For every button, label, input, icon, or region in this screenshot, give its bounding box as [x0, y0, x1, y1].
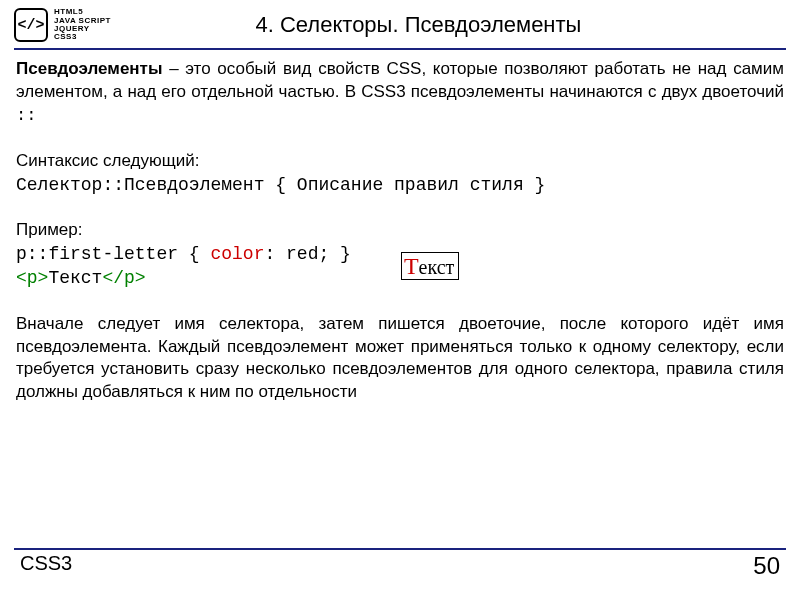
example-block: Пример: p::first-letter { color: red; } … — [16, 219, 784, 291]
code-property: color — [210, 244, 264, 264]
syntax-code: Селектор::Псевдоэлемент { Описание прави… — [16, 173, 784, 197]
rendered-output: Текст — [401, 252, 459, 280]
slide-header: </> HTML5 JAVA SCRIPT JQUERY CSS3 4. Сел… — [0, 0, 800, 46]
example-html: <p>Текст</p> — [16, 266, 351, 290]
rest-text: екст — [419, 256, 455, 278]
term: Псевдоэлементы — [16, 59, 162, 78]
slide-title: 4. Селекторы. Псевдоэлементы — [111, 12, 786, 38]
example-label: Пример: — [16, 219, 784, 242]
footer-label: CSS3 — [20, 552, 72, 580]
tag-open: <p> — [16, 268, 48, 288]
slide-content: Псевдоэлементы – это особый вид свойств … — [0, 50, 800, 404]
page-number: 50 — [753, 552, 780, 580]
code-prefix: p::first-letter { — [16, 244, 210, 264]
slide-footer: CSS3 50 — [14, 548, 786, 580]
logo-text: HTML5 JAVA SCRIPT JQUERY CSS3 — [54, 8, 111, 42]
syntax-block: Синтаксис следующий: Селектор::Псевдоэле… — [16, 150, 784, 197]
tag-text: Текст — [48, 268, 102, 288]
example-css: p::first-letter { color: red; } — [16, 242, 351, 266]
code-suffix: : red; } — [264, 244, 350, 264]
first-letter: Т — [404, 253, 419, 279]
description-paragraph: Вначале следует имя селектора, затем пиш… — [16, 313, 784, 405]
logo-code-icon: </> — [14, 8, 48, 42]
tag-close: </p> — [102, 268, 145, 288]
logo-line: CSS3 — [54, 33, 111, 41]
logo: </> HTML5 JAVA SCRIPT JQUERY CSS3 — [14, 8, 111, 42]
divider-bottom — [14, 548, 786, 550]
double-colon-symbol: :: — [16, 106, 36, 125]
syntax-label: Синтаксис следующий: — [16, 150, 784, 173]
intro-paragraph: Псевдоэлементы – это особый вид свойств … — [16, 58, 784, 128]
example-code-column: p::first-letter { color: red; } <p>Текст… — [16, 242, 351, 291]
